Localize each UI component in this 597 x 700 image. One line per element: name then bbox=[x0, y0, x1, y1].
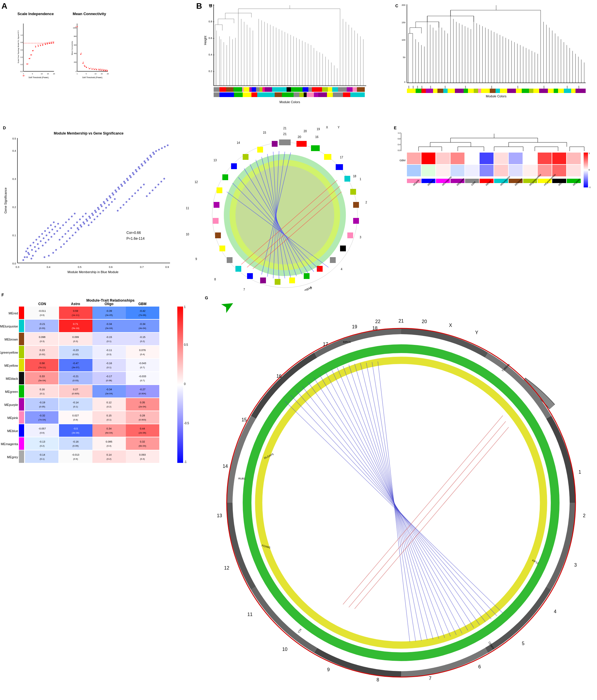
svg-text:-0.13: -0.13 bbox=[39, 440, 45, 443]
svg-point-475 bbox=[75, 232, 76, 233]
svg-rect-515 bbox=[347, 232, 353, 238]
svg-rect-533 bbox=[243, 154, 249, 160]
scale-ind-svg: -0.2 0.2 0.4 0.6 0.8 1.0 1 5 10 15 20 1 bbox=[16, 17, 55, 86]
svg-point-459 bbox=[158, 149, 160, 151]
svg-point-399 bbox=[123, 204, 124, 206]
svg-rect-734 bbox=[93, 346, 126, 358]
svg-point-451 bbox=[135, 169, 136, 171]
svg-text:Y: Y bbox=[338, 126, 340, 129]
svg-text:4: 4 bbox=[341, 268, 342, 271]
svg-point-410 bbox=[155, 186, 156, 188]
panel-c-svg: C 200 150 100 50 0 bbox=[392, 1, 590, 118]
svg-text:-0.011: -0.011 bbox=[39, 309, 46, 312]
svg-line-851 bbox=[302, 386, 486, 622]
svg-text:Scale Free Topology Model Fit,: Scale Free Topology Model Fit, Signed R^… bbox=[18, 30, 19, 64]
svg-text:15: 15 bbox=[242, 417, 247, 422]
svg-rect-615 bbox=[479, 153, 494, 164]
svg-text:19: 19 bbox=[352, 324, 357, 329]
svg-point-37 bbox=[49, 43, 50, 44]
svg-text:4: 4 bbox=[554, 609, 556, 614]
svg-rect-614 bbox=[465, 153, 479, 164]
svg-text:0.12: 0.12 bbox=[106, 401, 111, 404]
svg-point-448 bbox=[126, 178, 128, 180]
svg-text:0.027: 0.027 bbox=[72, 414, 79, 417]
svg-text:0.5: 0.5 bbox=[12, 137, 16, 140]
svg-text:0.2: 0.2 bbox=[12, 206, 16, 209]
svg-text:➤: ➤ bbox=[217, 295, 238, 317]
svg-rect-183 bbox=[312, 87, 322, 92]
svg-rect-664 bbox=[19, 306, 24, 319]
svg-text:9: 9 bbox=[93, 68, 94, 70]
svg-text:0.4: 0.4 bbox=[398, 144, 400, 146]
svg-text:16: 16 bbox=[276, 374, 282, 379]
svg-text:21: 21 bbox=[283, 132, 287, 136]
svg-text:-0.14: -0.14 bbox=[73, 401, 79, 404]
svg-point-472 bbox=[66, 240, 68, 242]
svg-rect-779 bbox=[59, 398, 93, 410]
svg-point-450 bbox=[132, 172, 134, 174]
svg-text:Oligo: Oligo bbox=[105, 302, 114, 306]
svg-text:-0.033: -0.033 bbox=[139, 375, 146, 378]
mean-connectivity-title: Mean Connectivity bbox=[70, 11, 109, 16]
svg-point-388 bbox=[91, 221, 93, 223]
svg-text:5: 5 bbox=[86, 73, 87, 75]
svg-point-394 bbox=[108, 204, 110, 206]
svg-rect-621 bbox=[567, 153, 581, 164]
svg-point-466 bbox=[44, 256, 45, 258]
svg-text:0.6: 0.6 bbox=[208, 36, 212, 40]
svg-text:-0.34: -0.34 bbox=[106, 388, 112, 391]
svg-rect-192 bbox=[220, 93, 234, 97]
svg-point-395 bbox=[111, 201, 113, 203]
svg-text:MEred: MEred bbox=[9, 311, 18, 315]
svg-rect-513 bbox=[353, 202, 359, 208]
panel-d-svg: D Module Membership vs Gene Significance… bbox=[1, 124, 176, 286]
svg-text:0.098: 0.098 bbox=[39, 335, 46, 339]
svg-text:0.44: 0.44 bbox=[140, 427, 145, 430]
svg-rect-770 bbox=[93, 385, 126, 398]
svg-point-487 bbox=[109, 197, 111, 198]
svg-text:(0.2): (0.2) bbox=[107, 458, 111, 460]
svg-point-502 bbox=[153, 153, 155, 155]
svg-point-452 bbox=[138, 166, 140, 168]
svg-text:0.4: 0.4 bbox=[208, 53, 212, 56]
svg-rect-616 bbox=[494, 153, 508, 164]
svg-text:12: 12 bbox=[195, 180, 198, 184]
svg-point-400 bbox=[126, 201, 127, 203]
svg-text:-0.21: -0.21 bbox=[73, 375, 79, 378]
svg-text:2: 2 bbox=[583, 513, 586, 518]
svg-rect-755 bbox=[59, 372, 93, 384]
svg-text:1: 1 bbox=[23, 73, 24, 75]
svg-text:MEbrown: MEbrown bbox=[5, 338, 18, 341]
svg-text:Soft Threshold (Power): Soft Threshold (Power) bbox=[82, 76, 102, 79]
svg-rect-512 bbox=[350, 189, 356, 195]
svg-point-413 bbox=[163, 178, 165, 180]
svg-point-404 bbox=[137, 190, 139, 191]
svg-point-381 bbox=[70, 227, 72, 229]
svg-point-419 bbox=[42, 245, 44, 246]
svg-text:18: 18 bbox=[372, 326, 377, 331]
svg-rect-610 bbox=[407, 153, 421, 164]
svg-text:5: 5 bbox=[310, 286, 312, 290]
panel-e-svg: E bbox=[392, 124, 593, 286]
svg-rect-305 bbox=[407, 89, 416, 93]
svg-point-442 bbox=[109, 195, 110, 197]
svg-point-385 bbox=[82, 216, 84, 217]
svg-text:-0.16: -0.16 bbox=[106, 362, 112, 365]
svg-text:F: F bbox=[1, 293, 4, 297]
svg-point-456 bbox=[149, 155, 151, 156]
svg-point-467 bbox=[48, 255, 50, 256]
svg-point-414 bbox=[24, 256, 26, 258]
svg-rect-713 bbox=[126, 320, 159, 332]
svg-text:14: 14 bbox=[237, 141, 240, 144]
svg-point-444 bbox=[115, 190, 116, 191]
svg-point-358 bbox=[35, 239, 37, 241]
scale-independence-plot: Scale Independence -0.2 0.2 0.4 0.6 0.8 … bbox=[0, 9, 57, 122]
svg-point-437 bbox=[94, 210, 96, 211]
svg-text:(4e-04): (4e-04) bbox=[139, 327, 146, 329]
svg-text:0.2: 0.2 bbox=[208, 70, 212, 73]
svg-text:0: 0 bbox=[404, 81, 406, 83]
svg-text:0.8: 0.8 bbox=[208, 20, 212, 23]
svg-text:C: C bbox=[395, 3, 398, 8]
svg-rect-188 bbox=[347, 87, 353, 92]
svg-point-423 bbox=[53, 233, 55, 235]
